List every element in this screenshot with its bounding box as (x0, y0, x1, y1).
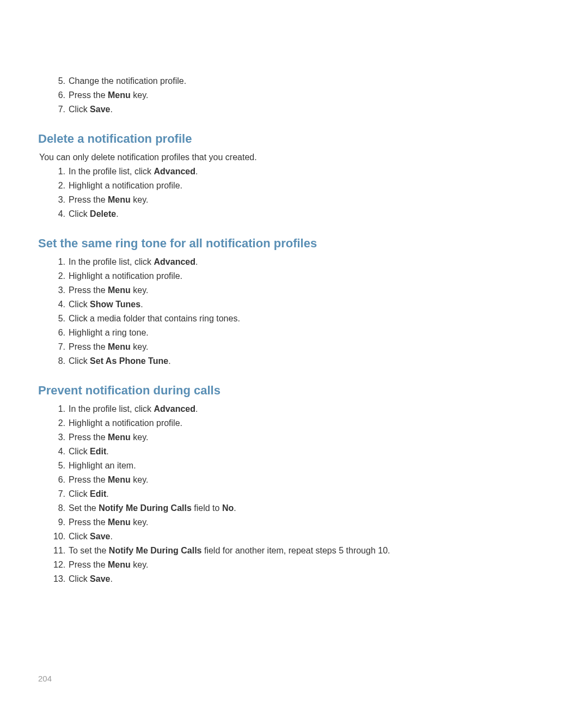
step-text: key. (131, 342, 149, 351)
step-bold: Menu (108, 195, 131, 204)
step-text: In the profile list, click (69, 257, 154, 266)
step-bold: Delete (90, 209, 116, 218)
step-text: key. (131, 475, 149, 484)
step-text: Click (69, 300, 90, 309)
step-text: Press the (69, 90, 108, 100)
heading-prevent-notification: Prevent notification during calls (38, 384, 550, 398)
step-text: In the profile list, click (69, 167, 154, 176)
step-bold: Show Tunes (90, 300, 140, 309)
step-text: key. (131, 433, 149, 442)
step-text: . (234, 503, 236, 513)
list-item: Highlight a notification profile. (53, 271, 550, 281)
step-bold: Menu (108, 433, 131, 442)
step-text: Click a media folder that contains ring … (69, 314, 240, 323)
step-text: key. (131, 285, 149, 295)
step-text: Press the (69, 195, 108, 204)
list-item: Press the Menu key. (53, 433, 550, 442)
step-text: . (140, 300, 143, 309)
step-text: key. (131, 560, 149, 569)
step-bold: Advanced (154, 257, 195, 266)
step-bold: Edit (90, 489, 106, 498)
list-item: Click a media folder that contains ring … (53, 314, 550, 324)
step-bold: Save (90, 532, 110, 541)
step-text: Click (69, 356, 90, 366)
step-text: . (106, 447, 108, 456)
step-bold: Menu (108, 285, 131, 295)
list-item: Press the Menu key. (53, 195, 550, 205)
list-item: Highlight an item. (53, 461, 550, 471)
step-text: Click (69, 532, 90, 541)
step-bold: Notify Me During Calls (99, 503, 192, 513)
step-bold: Save (90, 105, 110, 114)
step-text: . (110, 105, 112, 114)
step-text: key. (131, 90, 149, 100)
heading-ring-tone: Set the same ring tone for all notificat… (38, 236, 550, 251)
step-bold: Menu (108, 560, 131, 569)
step-text: . (106, 489, 108, 498)
step-text: . (110, 532, 112, 541)
list-item: Click Save. (53, 574, 550, 584)
list-item: Click Delete. (53, 209, 550, 219)
step-text: To set the (69, 546, 109, 555)
delete-profile-list: In the profile list, click Advanced. Hig… (53, 167, 550, 219)
heading-delete-profile: Delete a notification profile (38, 132, 550, 146)
list-item: Click Edit. (53, 489, 550, 499)
step-text: Click (69, 574, 90, 583)
step-text: Click (69, 105, 90, 114)
step-bold: Advanced (154, 404, 195, 413)
step-text: Change the notification profile. (69, 76, 186, 86)
step-text: . (116, 209, 118, 218)
step-text: field for another item, repeat steps 5 t… (202, 546, 390, 555)
step-bold: Set As Phone Tune (90, 356, 168, 366)
step-bold: Menu (108, 518, 131, 527)
step-bold: Menu (108, 475, 131, 484)
list-item: Click Show Tunes. (53, 300, 550, 309)
list-item: Highlight a ring tone. (53, 328, 550, 338)
list-item: Press the Menu key. (53, 342, 550, 352)
step-text: Highlight a notification profile. (69, 418, 182, 428)
list-item: Click Set As Phone Tune. (53, 356, 550, 366)
list-item: Change the notification profile. (53, 76, 550, 86)
step-text: Press the (69, 285, 108, 295)
step-text: Click (69, 489, 90, 498)
prevent-notification-list: In the profile list, click Advanced. Hig… (53, 404, 550, 584)
step-text: In the profile list, click (69, 404, 154, 413)
step-text: Press the (69, 342, 108, 351)
page-number: 204 (38, 674, 52, 683)
step-text: Highlight a notification profile. (69, 181, 182, 190)
list-item: In the profile list, click Advanced. (53, 257, 550, 267)
step-text: . (195, 257, 198, 266)
step-text: Click (69, 447, 90, 456)
step-text: key. (131, 195, 149, 204)
ring-tone-list: In the profile list, click Advanced. Hig… (53, 257, 550, 366)
step-text: . (110, 574, 112, 583)
list-item: Press the Menu key. (53, 475, 550, 485)
list-item: Press the Menu key. (53, 560, 550, 570)
list-item: In the profile list, click Advanced. (53, 167, 550, 176)
step-text: Press the (69, 475, 108, 484)
list-item: In the profile list, click Advanced. (53, 404, 550, 414)
list-item: Click Edit. (53, 447, 550, 457)
step-text: Press the (69, 518, 108, 527)
step-bold: Advanced (154, 167, 195, 176)
step-text: . (168, 356, 170, 366)
step-bold: No (222, 503, 234, 513)
list-item: Press the Menu key. (53, 90, 550, 100)
list-item: Click Save. (53, 105, 550, 114)
step-text: Highlight an item. (69, 461, 136, 470)
step-bold: Edit (90, 447, 106, 456)
step-text: Press the (69, 433, 108, 442)
list-item: Press the Menu key. (53, 518, 550, 527)
list-item: To set the Notify Me During Calls field … (53, 546, 550, 556)
step-bold: Menu (108, 342, 131, 351)
step-bold: Menu (108, 90, 131, 100)
step-text: Set the (69, 503, 99, 513)
step-bold: Save (90, 574, 110, 583)
list-item: Press the Menu key. (53, 285, 550, 295)
intro-list: Change the notification profile. Press t… (53, 76, 550, 114)
list-item: Click Save. (53, 532, 550, 541)
intro-text: You can only delete notification profile… (39, 153, 550, 162)
step-text: . (195, 404, 198, 413)
step-text: Highlight a notification profile. (69, 271, 182, 281)
step-text: Press the (69, 560, 108, 569)
